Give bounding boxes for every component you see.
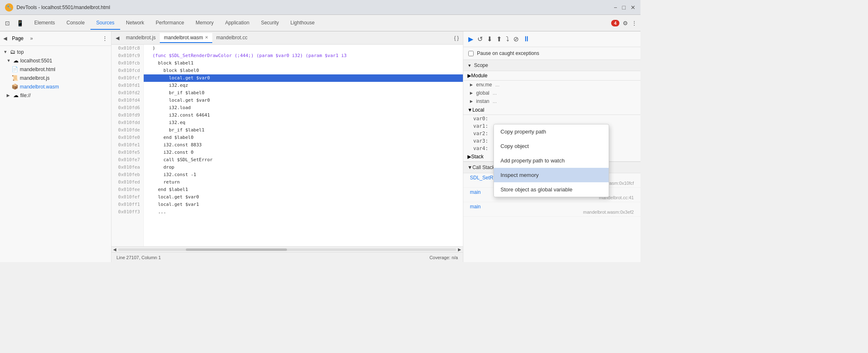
sidebar-header: ◀ Page » ⋮ xyxy=(0,31,111,46)
tab-console[interactable]: Console xyxy=(61,17,90,30)
module-header[interactable]: ▶ Module xyxy=(463,71,640,81)
sidebar: ◀ Page » ⋮ ▼ 🗂 top ▼ ☁ localhost:5501 📄 … xyxy=(0,31,111,262)
coverage-status: Coverage: n/a xyxy=(429,255,458,260)
debug-toolbar: ▶ ↺ ⬇ ⬆ ⤵ ⊘ ⏸ xyxy=(463,31,640,47)
line-num-21: 0x010fef xyxy=(111,193,143,201)
tab-application[interactable]: Application xyxy=(219,17,255,30)
scrollbar-thumb xyxy=(186,248,287,251)
file-icon-html: 📄 xyxy=(12,66,18,72)
var4-name: var4: xyxy=(473,145,494,151)
stack-arrow: ▶ xyxy=(467,154,471,160)
line-num-12: 0x010fde xyxy=(111,126,143,134)
code-line-6: i32.eqz xyxy=(144,82,463,89)
code-tab-wasm-close[interactable]: ✕ xyxy=(205,35,208,40)
tab-memory[interactable]: Memory xyxy=(190,17,219,30)
code-line-3: block $label1 xyxy=(144,60,463,67)
tab-lighthouse[interactable]: Lighthouse xyxy=(285,17,320,30)
devtools-icons: ⊡ 📱 xyxy=(3,18,25,28)
code-tab-cc[interactable]: mandelbrot.cc xyxy=(212,33,251,43)
tree-label-top: top xyxy=(17,49,24,55)
settings-button[interactable]: ⚙ xyxy=(623,20,628,26)
tree-item-localhost[interactable]: ▼ ☁ localhost:5501 xyxy=(0,56,111,65)
var-row-0: var0: xyxy=(463,115,640,122)
maximize-button[interactable]: □ xyxy=(622,4,626,11)
code-tab-js[interactable]: mandelbrot.js xyxy=(122,33,160,43)
code-line-14: i32.const 8833 xyxy=(144,141,463,149)
stack-label: Stack xyxy=(471,154,484,160)
env-label: env.me xyxy=(476,82,492,88)
scrollbar-track[interactable] xyxy=(118,248,456,251)
inspect-icon[interactable]: ⊡ xyxy=(3,18,12,28)
code-lines: ) (func $SDL_SetRenderDrawColor (;444;) … xyxy=(144,45,463,246)
line-num-4: 0x010fcd xyxy=(111,67,143,74)
line-num-22: 0x010ff1 xyxy=(111,201,143,208)
line-num-8: 0x010fd4 xyxy=(111,97,143,104)
call-stack-item-2[interactable]: main mandelbrot.wasm:0x3ef2 xyxy=(463,202,640,217)
line-num-13: 0x010fe0 xyxy=(111,134,143,141)
code-tab-wasm[interactable]: mandelbrot.wasm ✕ xyxy=(160,33,212,43)
tree-item-file[interactable]: ▶ ☁ file:// xyxy=(0,91,111,100)
line-num-20: 0x010fee xyxy=(111,186,143,193)
scope-env[interactable]: ▶ env.me ... xyxy=(463,81,640,89)
code-line-1: ) xyxy=(144,45,463,52)
code-line-19: return xyxy=(144,179,463,186)
deactivate-breakpoints-button[interactable]: ⊘ xyxy=(512,34,519,44)
close-button[interactable]: ✕ xyxy=(631,4,636,11)
devtools-icon: 🔧 xyxy=(5,3,13,12)
scope-global[interactable]: ▶ global ... xyxy=(463,89,640,97)
tab-security[interactable]: Security xyxy=(255,17,285,30)
step-out-button[interactable]: ⬆ xyxy=(496,34,503,44)
ctx-copy-object[interactable]: Copy object xyxy=(494,139,609,153)
tree-item-html[interactable]: 📄 mandelbrot.html xyxy=(0,65,111,74)
line-num-11: 0x010fdd xyxy=(111,119,143,126)
line-num-7: 0x010fd2 xyxy=(111,89,143,97)
code-line-5: local.get $var0 xyxy=(144,74,463,82)
tab-performance[interactable]: Performance xyxy=(150,17,190,30)
ctx-store-global[interactable]: Store object as global variable xyxy=(494,182,609,197)
more-button[interactable]: ⋮ xyxy=(631,20,637,26)
folder-icon-top: 🗂 xyxy=(10,49,15,55)
line-num-15: 0x010fe5 xyxy=(111,149,143,156)
sidebar-menu-button[interactable]: ⋮ xyxy=(102,35,108,42)
env-dots: ... xyxy=(495,82,499,88)
scope-label: Scope xyxy=(474,62,488,68)
pause-button[interactable]: ⏸ xyxy=(522,34,531,44)
sidebar-more-button[interactable]: » xyxy=(30,36,33,41)
scroll-right-button[interactable]: ▶ xyxy=(458,247,461,252)
tree-label-js: mandelbrot.js xyxy=(20,75,50,81)
var2-name: var2: xyxy=(473,131,494,136)
horizontal-scrollbar[interactable]: ◀ ▶ xyxy=(111,246,463,252)
tab-elements[interactable]: Elements xyxy=(28,17,61,30)
code-line-22: local.get $var1 xyxy=(144,201,463,208)
local-header[interactable]: ▼ Local xyxy=(463,105,640,115)
error-badge: 4 xyxy=(611,20,619,26)
code-line-7: br_if $label0 xyxy=(144,89,463,97)
ctx-inspect-memory[interactable]: Inspect memory xyxy=(494,168,609,182)
tree-item-js[interactable]: 📜 mandelbrot.js xyxy=(0,74,111,82)
code-line-17: drop xyxy=(144,164,463,171)
tree-item-top[interactable]: ▼ 🗂 top xyxy=(0,48,111,56)
resume-button[interactable]: ▶ xyxy=(467,34,474,44)
tab-sources[interactable]: Sources xyxy=(90,17,120,30)
device-icon[interactable]: 📱 xyxy=(15,18,25,28)
scope-instan[interactable]: ▶ instan ... xyxy=(463,97,640,105)
step-over-button[interactable]: ↺ xyxy=(477,34,484,44)
ctx-add-to-watch[interactable]: Add property path to watch xyxy=(494,153,609,168)
sidebar-collapse-button[interactable]: ◀ xyxy=(3,36,7,41)
scope-header[interactable]: ▼ Scope xyxy=(463,60,640,71)
step-into-button[interactable]: ⬇ xyxy=(486,34,493,44)
scroll-left-button[interactable]: ◀ xyxy=(113,247,116,252)
tab-network[interactable]: Network xyxy=(120,17,150,30)
minimize-button[interactable]: − xyxy=(614,4,617,11)
tree-item-wasm[interactable]: 📦 mandelbrot.wasm xyxy=(0,82,111,91)
format-button[interactable]: { } xyxy=(452,34,461,42)
sidebar-page-tab[interactable]: Page xyxy=(9,34,27,43)
code-tab-wasm-label: mandelbrot.wasm xyxy=(164,35,203,41)
code-nav-back-button[interactable]: ◀ xyxy=(113,34,122,42)
instan-label: instan xyxy=(476,98,489,104)
pause-on-exceptions-checkbox[interactable] xyxy=(468,51,474,56)
local-label: Local xyxy=(472,107,484,113)
ctx-copy-property-path[interactable]: Copy property path xyxy=(494,124,609,139)
step-button[interactable]: ⤵ xyxy=(505,35,510,44)
line-num-2: 0x010fc9 xyxy=(111,52,143,60)
